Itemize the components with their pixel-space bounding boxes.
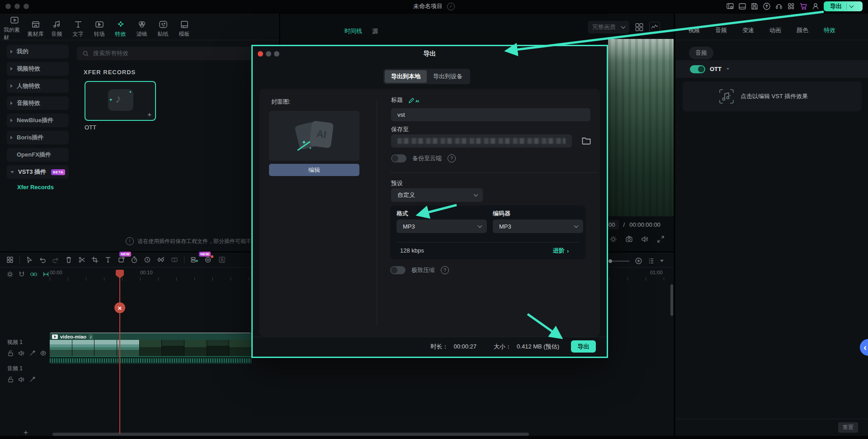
caret-down-icon[interactable] [726,68,729,70]
vertical-scrollbar[interactable] [670,284,673,316]
category-openfx[interactable]: OpenFX插件 [7,148,69,162]
ai-title-pencil-icon[interactable]: AI [408,97,419,104]
tab-color[interactable]: 颜色 [797,26,808,34]
nav-audio[interactable]: 音频 [46,20,67,38]
playhead-handle[interactable] [116,270,124,275]
split-scissors-icon[interactable] [78,256,85,263]
dialog-export-button[interactable]: 导出 [571,340,596,353]
player-settings-gear-icon[interactable] [609,235,617,243]
snapshot-camera-icon[interactable] [625,235,633,243]
window-zoom-icon[interactable] [24,4,29,9]
timeline-layout-icon[interactable] [6,256,14,263]
transform-icon[interactable]: NEW [118,256,125,263]
window-minimize-icon[interactable] [14,4,20,9]
time-ruler-right[interactable] [609,277,673,281]
apps-grid-icon[interactable] [787,2,795,10]
nav-transition[interactable]: 转场 [89,20,110,38]
duration-clock-icon[interactable] [144,256,151,263]
quality-dropdown[interactable]: 完整画质 [588,21,629,33]
track-manager-icon[interactable] [648,258,655,264]
cart-icon[interactable] [799,2,807,10]
effect-card-ott[interactable]: ♪ ✦ ✦ + [85,81,156,121]
track-hide-eye-icon[interactable] [40,350,47,357]
reset-button[interactable]: 重置 [838,422,858,433]
volume-speaker-icon[interactable] [641,235,649,243]
cloud-upload-icon[interactable] [763,2,771,10]
track-mute-speaker-icon[interactable] [18,376,25,383]
category-newblue[interactable]: NewBlue插件 [7,114,69,127]
track-mute-speaker-icon[interactable] [18,350,25,357]
audio-split-icon[interactable] [190,256,198,263]
category-vst3[interactable]: VST3 插件BETA [7,165,69,179]
redo-icon[interactable] [52,256,59,263]
nav-stock[interactable]: 素材库 [25,20,46,38]
select-pointer-icon[interactable] [26,256,33,263]
add-icon[interactable]: + [147,110,151,118]
category-boris[interactable]: Boris插件 [7,131,69,144]
nav-effects[interactable]: 特效 [110,20,131,38]
tab-audio[interactable]: 音频 [715,26,727,34]
category-person-fx[interactable]: 人物特效 [7,79,69,93]
keyframe-icon[interactable] [157,256,165,263]
export-dropdown-chevron-icon[interactable] [849,4,854,8]
help-icon[interactable]: ? [448,154,456,162]
encoder-dropdown[interactable]: MP3 [493,220,583,233]
window-close-icon[interactable] [5,4,11,9]
advanced-link[interactable]: 进阶 › [553,247,569,255]
track-wand-icon[interactable] [29,350,36,357]
cover-thumbnail[interactable]: AI ✦ ✦ [269,111,359,161]
tab-video[interactable]: 视频 [688,26,700,34]
delete-trash-icon[interactable] [65,256,72,263]
tab-animation[interactable]: 动画 [769,26,781,34]
track-lock-icon[interactable] [7,350,14,357]
preset-dropdown[interactable]: 自定义 [391,188,483,202]
grid-view-icon[interactable] [635,23,644,32]
character-tracking-icon[interactable] [218,256,226,263]
edit-cover-button[interactable]: 编辑 [269,164,359,176]
export-button[interactable]: 导出 [824,1,863,11]
scopes-icon[interactable] [649,22,660,33]
ripple-edit-icon[interactable] [42,271,50,278]
zoom-slider[interactable] [609,259,629,263]
text-tool-icon[interactable] [104,256,112,263]
caret-down-icon[interactable] [660,260,664,262]
nav-my-media[interactable]: 我的素材 [4,16,25,42]
help-icon[interactable]: ? [441,266,449,274]
timeline-settings-gear-icon[interactable] [6,271,14,278]
audio-group-chip[interactable]: 音频 [689,47,713,59]
account-icon[interactable] [811,2,820,10]
save-path-input[interactable] [391,134,572,148]
crop-icon[interactable] [91,256,99,263]
tab-source[interactable]: 源 [372,27,378,35]
nav-text[interactable]: 文字 [67,20,89,38]
undo-icon[interactable] [39,256,46,263]
add-track-icon[interactable]: + [24,428,28,437]
playhead[interactable] [119,271,120,434]
nav-filters[interactable]: 滤镜 [131,20,152,38]
vst-edit-card[interactable]: 点击以编辑 VST 插件效果 [683,81,862,111]
playhead-marker-badge[interactable]: × [114,302,125,313]
tab-export-local[interactable]: 导出到本地 [385,70,427,83]
tab-speed[interactable]: 变速 [742,26,754,34]
snap-magnet-icon[interactable] [18,271,25,278]
zoom-to-fit-icon[interactable] [635,257,642,265]
track-lock-icon[interactable] [7,376,14,383]
nav-stickers[interactable]: 贴纸 [152,20,174,38]
ai-voice-icon[interactable]: NEW [204,256,212,263]
support-headset-icon[interactable] [775,2,783,10]
subcategory-xfer-records[interactable]: Xfer Records [17,180,54,194]
save-icon[interactable] [750,2,759,10]
cloud-backup-toggle[interactable] [391,154,406,162]
compress-toggle[interactable] [390,266,406,274]
browse-folder-icon[interactable] [581,136,591,146]
tab-effects[interactable]: 特效 [824,26,835,34]
horizontal-scrollbar[interactable] [52,433,529,436]
timeline-clip[interactable]: video-miao ♪ [50,333,251,364]
title-input[interactable]: vst [391,108,590,121]
workspace-icon[interactable] [726,2,734,10]
link-clips-icon[interactable] [30,271,38,278]
track-wand-icon[interactable] [29,376,36,383]
nav-templates[interactable]: 模板 [174,20,195,38]
format-dropdown[interactable]: MP3 [396,220,487,233]
category-mine[interactable]: 我的 [7,45,69,58]
